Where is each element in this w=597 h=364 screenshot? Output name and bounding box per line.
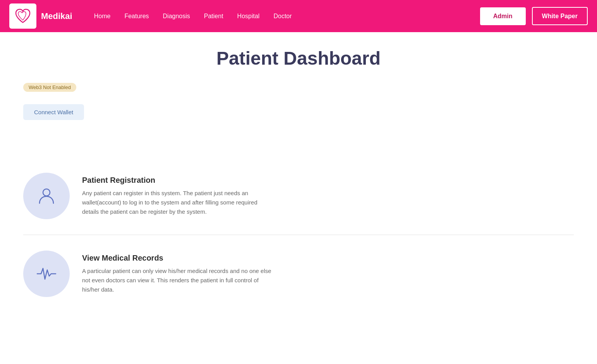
feature-item-registration: Patient Registration Any patient can reg…: [23, 157, 574, 235]
registration-desc: Any patient can register in this system.…: [82, 189, 276, 216]
records-desc: A particular patient can only view his/h…: [82, 266, 276, 294]
feature-list: Patient Registration Any patient can reg…: [23, 157, 574, 312]
web3-badge-container: Web3 Not Enabled: [23, 83, 574, 98]
records-text: View Medical Records A particular patien…: [82, 251, 276, 294]
nav-link-diagnosis[interactable]: Diagnosis: [163, 13, 190, 20]
white-paper-button[interactable]: White Paper: [532, 7, 588, 25]
logo-box: [9, 3, 36, 29]
brand-name: Medikai: [41, 11, 72, 21]
admin-button[interactable]: Admin: [480, 7, 526, 25]
records-icon-circle: [23, 251, 70, 297]
page-container: Patient Dashboard Web3 Not Enabled Conne…: [0, 32, 597, 328]
nav-actions: Admin White Paper: [480, 7, 588, 25]
web3-badge: Web3 Not Enabled: [23, 83, 76, 92]
records-title: View Medical Records: [82, 254, 276, 263]
navbar: Medikai Home Features Diagnosis Patient …: [0, 0, 597, 32]
registration-icon-circle: [23, 173, 70, 219]
connect-wallet-container: Connect Wallet: [23, 104, 574, 139]
person-icon: [36, 185, 57, 207]
nav-links: Home Features Diagnosis Patient Hospital…: [94, 13, 468, 20]
page-title: Patient Dashboard: [23, 48, 574, 69]
nav-link-patient[interactable]: Patient: [204, 13, 223, 20]
nav-link-home[interactable]: Home: [94, 13, 111, 20]
nav-brand[interactable]: Medikai: [9, 3, 72, 29]
logo-icon: [14, 7, 32, 26]
svg-point-0: [43, 189, 50, 196]
feature-item-records: View Medical Records A particular patien…: [23, 235, 574, 312]
nav-link-hospital[interactable]: Hospital: [237, 13, 260, 20]
page-header: Patient Dashboard: [23, 48, 574, 69]
nav-link-doctor[interactable]: Doctor: [273, 13, 292, 20]
registration-text: Patient Registration Any patient can reg…: [82, 173, 276, 216]
nav-link-features[interactable]: Features: [124, 13, 149, 20]
connect-wallet-button[interactable]: Connect Wallet: [23, 104, 84, 120]
registration-title: Patient Registration: [82, 176, 276, 185]
waveform-icon: [36, 263, 57, 285]
